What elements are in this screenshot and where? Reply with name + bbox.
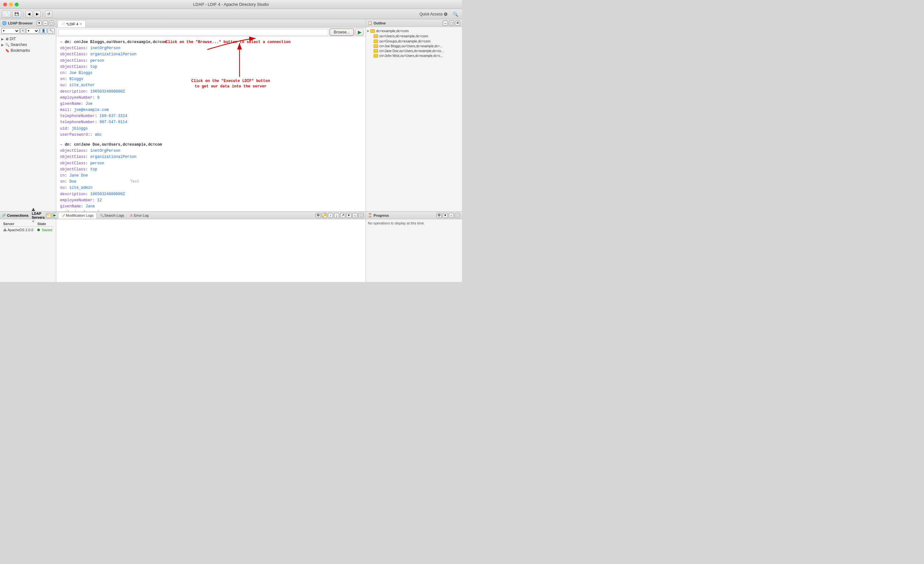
log-export-icon[interactable]: ↗ — [340, 213, 345, 218]
connection-path-input[interactable] — [58, 29, 328, 35]
browser-toolbar: ▾ = ▾ 👤 🔧 — [0, 27, 56, 35]
outline-minimize-icon[interactable]: – — [443, 21, 448, 26]
forward-button[interactable]: ▶ — [34, 10, 41, 18]
outline-tree: ▶ dc=example,dc=com ou=Users,dc=example,… — [366, 27, 462, 211]
text-label: Text — [130, 179, 140, 184]
outline-item-1[interactable]: ou=Users,dc=example,dc=com — [366, 33, 462, 39]
panel-header-controls: ▾ – □ — [37, 21, 54, 26]
ldif-entry-2: – dn: cn=Jane Doe,ou=Users,dc=example,dc… — [60, 142, 362, 211]
outline-label-0: dc=example,dc=com — [376, 29, 409, 33]
filter-select[interactable]: ▾ — [26, 28, 39, 34]
outline-item-0[interactable]: ▶ dc=example,dc=com — [366, 28, 462, 33]
outline-close-icon[interactable]: ✕ — [455, 21, 460, 26]
outline-label-5: cn=John Wick,ou=Users,dc=example,dc=c... — [380, 54, 443, 57]
log-minimize-icon[interactable]: – — [352, 213, 357, 218]
outline-label-2: ou=Groups,dc=example,dc=com — [380, 39, 430, 43]
ldif-tab[interactable]: 📄 *LDIF 4 ✕ — [57, 20, 86, 27]
editor-tab-bar: 📄 *LDIF 4 ✕ — [56, 19, 366, 28]
execute-ldif-button[interactable]: ▶ — [355, 28, 364, 36]
refresh-button[interactable]: ↺ — [45, 10, 52, 18]
progress-maximize-icon[interactable]: □ — [455, 213, 460, 218]
progress-header: ⏳ Progress ⚙ ▾ – □ — [366, 212, 462, 219]
new-user-btn[interactable]: 👤 — [40, 28, 47, 34]
searches-item[interactable]: ▶ 🔍 Searches — [0, 42, 56, 48]
browser-maximize-icon[interactable]: □ — [49, 21, 54, 26]
log-panel-controls: ⚙ 🔑 ↑ ↓ ↗ ▾ – □ — [316, 213, 364, 218]
outline-folder-icon-5 — [374, 54, 378, 57]
ldap-browser-title: LDAP Browser — [8, 21, 33, 25]
separator1 — [23, 11, 24, 17]
outline-item-4[interactable]: cn=Jane Doe,ou=Users,dc=example,dc=co... — [366, 48, 462, 53]
browser-menu-icon[interactable]: ▾ — [37, 21, 42, 26]
separator2 — [43, 11, 43, 17]
bottom-section: 🔗 Connections 🖧 LDAP Servers ✕ 📁 ▶ ⬛ – □ — [0, 211, 462, 282]
status-indicator — [37, 229, 40, 231]
log-maximize-icon[interactable]: □ — [358, 213, 364, 218]
ldap-browser-header: 🌐 LDAP Browser ▾ – □ — [0, 19, 56, 27]
server-name-cell[interactable]: 🖧 ApacheDS 2.0.0 — [2, 227, 35, 232]
log-content — [56, 219, 366, 282]
maximize-button[interactable] — [15, 3, 19, 6]
equals-btn[interactable]: = — [20, 28, 26, 34]
browser-minimize-icon[interactable]: – — [43, 21, 48, 26]
outline-label-4: cn=Jane Doe,ou=Users,dc=example,dc=co... — [380, 49, 444, 53]
dit-label: DIT — [10, 37, 16, 41]
search-logs-tab[interactable]: 🔍 Search Logs — [97, 212, 127, 219]
outline-folder-icon-2 — [374, 39, 378, 43]
outline-item-3[interactable]: cn=Joe Bloggs,ou=Users,dc=example,dc=... — [366, 44, 462, 48]
progress-minimize-icon[interactable]: – — [449, 213, 454, 218]
outline-header: 📋 Outline – □ ✕ — [366, 19, 462, 27]
server-col-name: Server — [2, 221, 35, 227]
search-toolbar-icon[interactable]: 🔍 — [452, 10, 459, 18]
outline-label-1: ou=Users,dc=example,dc=com — [380, 34, 428, 38]
modification-logs-tab[interactable]: 📝 Modification Logs — [58, 212, 96, 219]
progress-message: No operations to display at this time. — [368, 221, 425, 225]
window-controls[interactable] — [3, 3, 19, 6]
minimize-button[interactable] — [9, 3, 13, 6]
dit-arrow: ▶ — [1, 37, 5, 41]
progress-menu-icon[interactable]: ▾ — [443, 213, 448, 218]
dn-1: dn: cn=Joe Bloggs,ou=Users,dc=example,dc… — [64, 40, 166, 44]
settings-icon[interactable]: ⚙ — [442, 10, 449, 18]
progress-content: No operations to display at this time. — [366, 219, 462, 282]
log-settings-icon[interactable]: ⚙ — [316, 213, 321, 218]
server-table-container: Server State 🖧 ApacheDS 2.0.0 Started — [0, 219, 56, 282]
progress-panel: ⏳ Progress ⚙ ▾ – □ No operations to disp… — [366, 212, 462, 282]
main-toolbar: 📄 💾 ◀ ▶ ↺ Quick Access ⚙ 🔍 — [0, 9, 462, 19]
progress-settings-icon[interactable]: ⚙ — [436, 213, 442, 218]
log-filter-icon[interactable]: 🔑 — [322, 213, 327, 218]
connection-select[interactable]: ▾ — [1, 28, 20, 34]
save-button[interactable]: 💾 — [12, 10, 21, 18]
searches-arrow: ▶ — [1, 43, 5, 46]
error-log-tab[interactable]: ⚠ Error Log — [128, 212, 151, 219]
wrench-btn[interactable]: 🔧 — [48, 28, 55, 34]
dn-2: dn: cn=Jane Doe,ou=Users,dc=example,dc=c… — [64, 142, 162, 147]
outline-folder-icon-0 — [370, 29, 375, 33]
quick-access-label: Quick Access — [420, 12, 443, 16]
outline-folder-icon-4 — [374, 49, 378, 53]
close-button[interactable] — [3, 3, 7, 6]
tab-close-icon[interactable]: ✕ — [80, 22, 82, 26]
bookmarks-item[interactable]: 🔖 Bookmarks — [0, 48, 56, 53]
log-up-icon[interactable]: ↑ — [328, 213, 333, 218]
outline-label-3: cn=Joe Bloggs,ou=Users,dc=example,dc=... — [380, 44, 442, 48]
outline-item-2[interactable]: ou=Groups,dc=example,dc=com — [366, 39, 462, 44]
browse-button[interactable]: Browse... — [330, 28, 354, 36]
dit-item[interactable]: ▶ 🖥 DIT — [0, 36, 56, 42]
log-menu-icon[interactable]: ▾ — [346, 213, 351, 218]
outline-item-5[interactable]: cn=John Wick,ou=Users,dc=example,dc=c... — [366, 53, 462, 58]
connections-panel: 🔗 Connections 🖧 LDAP Servers ✕ 📁 ▶ ⬛ – □ — [0, 212, 56, 282]
outline-maximize-icon[interactable]: □ — [449, 21, 454, 26]
back-button[interactable]: ◀ — [26, 10, 33, 18]
server-panel-toolbar-btn[interactable]: 📁 — [46, 213, 51, 218]
log-down-icon[interactable]: ↓ — [334, 213, 339, 218]
connections-tab[interactable]: Connections — [7, 213, 28, 218]
ldif-editor[interactable]: – dn: cn=Joe Bloggs,ou=Users,dc=example,… — [56, 37, 366, 211]
bookmarks-label: Bookmarks — [10, 48, 30, 53]
server-col-state: State — [36, 221, 54, 227]
outline-folder-icon-1 — [374, 34, 378, 38]
new-button[interactable]: 📄 — [2, 10, 11, 18]
toolbar-right: ⚙ 🔍 — [442, 10, 459, 18]
title-bar: LDAP - LDIF 4 - Apache Directory Studio — [0, 0, 462, 9]
server-table: Server State 🖧 ApacheDS 2.0.0 Started — [1, 220, 55, 233]
